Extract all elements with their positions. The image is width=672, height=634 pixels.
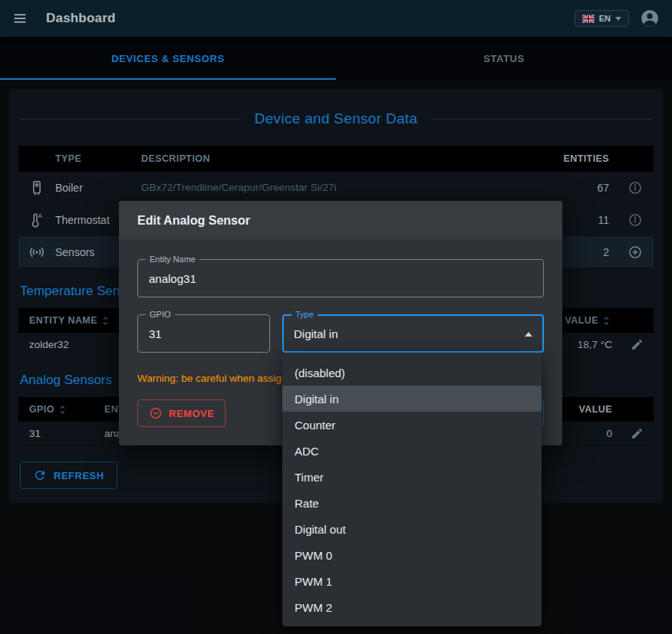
menu-item-counter[interactable]: Counter — [282, 412, 542, 438]
type-dropdown-menu: (disabled) Digital in Counter ADC Timer … — [282, 353, 542, 626]
menu-item-disabled[interactable]: (disabled) — [282, 360, 542, 386]
dropdown-arrow-icon — [525, 332, 532, 337]
menu-item-adc[interactable]: ADC — [282, 438, 542, 464]
menu-item-digital-out[interactable]: Digital out — [282, 516, 542, 542]
menu-item-pwm-1[interactable]: PWM 1 — [282, 568, 542, 594]
menu-item-digital-in[interactable]: Digital in — [282, 386, 542, 412]
type-label: Type — [292, 310, 318, 319]
gpio-type-row: GPIO 31 Type Digital in — [137, 314, 544, 353]
remove-button[interactable]: REMOVE — [137, 399, 226, 427]
menu-item-pwm-2[interactable]: PWM 2 — [282, 594, 542, 620]
minus-circle-icon — [149, 406, 163, 420]
menu-item-timer[interactable]: Timer — [282, 464, 542, 490]
type-value: Digital in — [284, 316, 542, 340]
gpio-field[interactable]: GPIO 31 — [137, 314, 270, 353]
gpio-label: GPIO — [146, 310, 175, 319]
menu-item-pwm-0[interactable]: PWM 0 — [282, 542, 542, 568]
dialog-title: Edit Analog Sensor — [119, 201, 562, 239]
remove-label: REMOVE — [169, 408, 214, 419]
entity-name-label: Entity Name — [146, 255, 199, 264]
type-select[interactable]: Type Digital in — [282, 314, 544, 353]
entity-name-field[interactable]: Entity Name analog31 — [137, 259, 544, 297]
menu-item-rate[interactable]: Rate — [282, 490, 542, 516]
